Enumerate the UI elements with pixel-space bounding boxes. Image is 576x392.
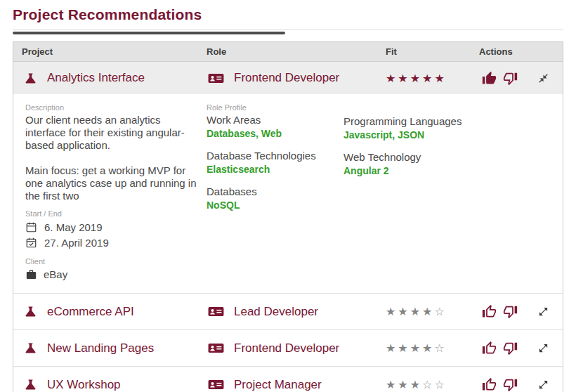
star-filled-icon: ★ [398, 378, 410, 391]
star-filled-icon: ★ [386, 72, 398, 85]
star-filled-icon: ★ [386, 341, 398, 355]
project-name: New Landing Pages [47, 341, 154, 355]
start-end-label: Start / End [25, 209, 207, 218]
star-empty-icon: ☆ [434, 378, 446, 391]
profile-field: Web Technology Angular 2 [343, 151, 551, 176]
table-row[interactable]: eCommerce API Lead Developer ★★★★☆ [13, 293, 563, 329]
star-filled-icon: ★ [410, 305, 422, 318]
title-divider [13, 30, 563, 30]
detail-description-column: Description Our client needs an analytic… [25, 103, 207, 280]
id-card-icon [207, 377, 225, 392]
field-value: NoSQL [207, 200, 343, 211]
star-filled-icon: ★ [422, 72, 434, 85]
client-line: eBay [25, 268, 207, 280]
table-row[interactable]: Analytics Interface Frontend Developer ★… [13, 62, 563, 94]
star-filled-icon: ★ [410, 378, 422, 391]
fit-rating: ★★★☆☆ [377, 378, 471, 391]
star-filled-icon: ★ [410, 72, 422, 85]
start-date-line: 6. May 2019 [25, 221, 207, 233]
star-filled-icon: ★ [386, 378, 398, 391]
description-paragraph: Our client needs an analytics interface … [25, 114, 202, 152]
collapse-row-button[interactable] [538, 73, 549, 84]
recommendations-table: Project Role Fit Actions Analytics Inter… [13, 41, 563, 392]
field-label: Database Technologies [207, 150, 343, 162]
client-label: Client [25, 257, 207, 266]
star-filled-icon: ★ [410, 341, 422, 355]
table-row[interactable]: New Landing Pages Frontend Developer ★★★… [13, 329, 563, 366]
role-profile-label: Role Profile [207, 103, 343, 112]
flask-icon [23, 377, 38, 392]
field-label: Work Areas [207, 114, 343, 126]
role-name: Frontend Developer [234, 341, 339, 355]
role-profile-column-1: Role Profile Work Areas Databases, Web D… [207, 103, 343, 280]
project-name: UX Workshop [47, 378, 121, 392]
project-name: eCommerce API [47, 305, 134, 319]
thumbs-up-button[interactable] [482, 304, 497, 319]
field-value: Databases, Web [207, 128, 343, 139]
star-filled-icon: ★ [398, 341, 410, 355]
flask-icon [23, 304, 38, 319]
thumbs-down-button[interactable] [503, 377, 518, 392]
profile-field: Programming Languages Javascript, JSON [343, 115, 551, 141]
id-card-icon [207, 304, 225, 319]
role-name: Project Manager [234, 378, 322, 392]
field-value: Javascript, JSON [343, 129, 551, 141]
star-empty-icon: ☆ [434, 305, 446, 318]
profile-field: Databases NoSQL [207, 185, 343, 211]
flask-icon [23, 341, 38, 355]
profile-field: Work Areas Databases, Web [207, 114, 343, 139]
star-empty-icon: ☆ [434, 341, 446, 355]
start-date: 6. May 2019 [44, 221, 103, 233]
description-paragraph: Main focus: get a working MVP for one an… [25, 164, 202, 202]
project-name: Analytics Interface [47, 71, 145, 85]
expand-row-button[interactable] [538, 379, 549, 390]
star-filled-icon: ★ [422, 341, 434, 355]
calendar-check-icon [25, 237, 37, 249]
role-name: Frontend Developer [234, 71, 339, 85]
fit-rating: ★★★★☆ [377, 341, 471, 355]
calendar-icon [25, 221, 37, 233]
client-name: eBay [44, 268, 67, 280]
thumbs-up-button[interactable] [482, 377, 497, 392]
id-card-icon [207, 71, 225, 86]
description-label: Description [25, 103, 207, 112]
table-header-row: Project Role Fit Actions [13, 42, 563, 62]
role-name: Lead Developer [234, 305, 318, 319]
star-filled-icon: ★ [398, 305, 410, 318]
field-label: Web Technology [343, 151, 551, 163]
profile-field: Database Technologies Elasticsearch [207, 150, 343, 175]
thumbs-down-button[interactable] [503, 341, 518, 355]
flask-icon [23, 71, 38, 86]
fit-rating: ★★★★☆ [377, 305, 471, 318]
table-row[interactable]: UX Workshop Project Manager ★★★☆☆ [13, 366, 563, 392]
star-filled-icon: ★ [422, 305, 434, 318]
fit-rating: ★★★★★ [377, 72, 471, 85]
column-header-fit: Fit [377, 42, 471, 61]
column-header-role: Role [198, 42, 377, 61]
column-header-project: Project [13, 42, 198, 61]
thumbs-up-button[interactable] [482, 341, 497, 355]
end-date: 27. April 2019 [44, 237, 109, 249]
role-profile-column-2: Programming Languages Javascript, JSON W… [343, 103, 551, 280]
thumbs-up-button[interactable] [482, 71, 497, 86]
page-title: Project Recommendations [13, 6, 563, 23]
horizontal-scrollbar[interactable] [13, 32, 285, 34]
briefcase-icon [25, 269, 37, 280]
thumbs-down-button[interactable] [503, 304, 518, 319]
column-header-actions: Actions [471, 42, 560, 61]
thumbs-down-button[interactable] [503, 71, 518, 86]
project-detail-panel: Description Our client needs an analytic… [13, 94, 563, 293]
expand-row-button[interactable] [538, 343, 549, 353]
star-filled-icon: ★ [398, 72, 410, 85]
end-date-line: 27. April 2019 [25, 237, 207, 249]
expand-row-button[interactable] [538, 306, 549, 317]
field-label: Programming Languages [343, 115, 551, 127]
id-card-icon [207, 341, 225, 355]
field-value: Angular 2 [343, 165, 551, 176]
project-recommendations-page: Project Recommendations Project Role Fit… [0, 0, 576, 392]
field-value: Elasticsearch [207, 164, 343, 175]
star-empty-icon: ☆ [422, 378, 434, 391]
star-filled-icon: ★ [386, 305, 398, 318]
field-label: Databases [207, 185, 343, 197]
star-filled-icon: ★ [434, 72, 446, 85]
